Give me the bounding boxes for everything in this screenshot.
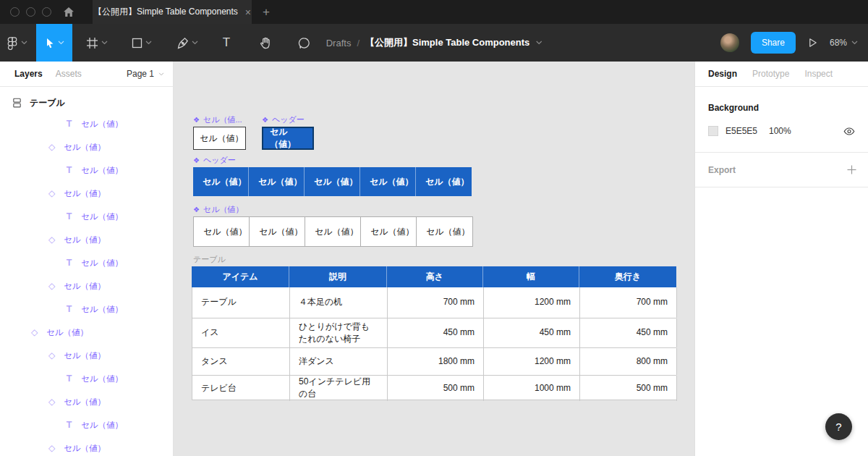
cell-width[interactable]: 1200 mm [484, 348, 580, 375]
chevron-down-icon[interactable] [535, 41, 542, 45]
table-column-header[interactable]: 奥行き [579, 266, 676, 287]
layer-row[interactable]: T ◇ セル（値） [0, 251, 173, 274]
layer-row[interactable]: T ◇ セル（値） [0, 436, 173, 456]
layer-row[interactable]: T ◇ セル（値） [0, 159, 173, 182]
layer-row[interactable]: T ◇ セル（値） [0, 390, 173, 413]
page-selector[interactable]: Page 1 [127, 69, 164, 79]
table-row[interactable]: イス ひとりがけで背もたれのない椅子 450 mm 450 mm 450 mm [192, 318, 676, 348]
traffic-lights[interactable] [0, 7, 51, 17]
layer-row[interactable]: T ◇ セル（値） [0, 205, 173, 228]
canvas[interactable]: ❖ セル（値... ❖ ヘッダー セル（値） セル（値） ❖ ヘッダー セル（値… [174, 62, 694, 456]
shape-tool-button[interactable] [124, 24, 159, 62]
component-label-cell[interactable]: ❖ セル（値... [193, 115, 242, 124]
cell[interactable]: セル（値） [250, 217, 305, 246]
cell-width[interactable]: 1000 mm [484, 376, 580, 401]
cell[interactable]: セル（値） [417, 217, 472, 246]
header-cell[interactable]: セル（値） [360, 167, 416, 196]
header-cell-component[interactable]: セル（値） [262, 127, 314, 150]
cell[interactable]: セル（値） [361, 217, 417, 246]
component-label-cell-row[interactable]: ❖ セル（値） [193, 205, 243, 214]
layer-row[interactable]: T ◇ セル（値） [0, 367, 173, 390]
move-tool-button[interactable] [36, 24, 72, 62]
layer-row[interactable]: T ◇ セル（値） [0, 274, 173, 297]
cell-height[interactable]: 1800 mm [388, 348, 484, 375]
table-row[interactable]: テーブル ４本足の机 700 mm 1200 mm 700 mm [192, 287, 676, 318]
present-play-icon[interactable] [807, 37, 818, 48]
cell-depth[interactable]: 450 mm [580, 318, 677, 347]
cell-height[interactable]: 500 mm [388, 376, 484, 401]
layer-row[interactable]: T ◇ セル（値） [0, 135, 173, 159]
component-label-header-row[interactable]: ❖ ヘッダー [193, 156, 236, 165]
header-cell[interactable]: セル（値） [416, 167, 472, 196]
background-opacity[interactable]: 100% [769, 126, 791, 136]
comment-tool-button[interactable] [289, 24, 318, 62]
zoom-control[interactable]: 68% [830, 38, 858, 48]
background-hex-value[interactable]: E5E5E5 [726, 126, 757, 136]
table-frame[interactable]: アイテム説明高さ幅奥行き テーブル ４本足の机 700 mm 1200 mm 7… [192, 266, 676, 400]
table-row[interactable]: タンス 洋ダンス 1800 mm 1200 mm 800 mm [192, 348, 676, 376]
text-tool-button[interactable]: T [213, 24, 240, 62]
cell[interactable]: セル（値） [305, 217, 361, 246]
cell-depth[interactable]: 800 mm [580, 348, 677, 375]
table-column-header[interactable]: アイテム [192, 266, 289, 287]
header-row-component[interactable]: セル（値）セル（値）セル（値）セル（値）セル（値） [193, 167, 472, 196]
table-column-header[interactable]: 幅 [483, 266, 579, 287]
cell[interactable]: セル（値） [194, 217, 250, 246]
cell-description[interactable]: ひとりがけで背もたれのない椅子 [290, 318, 388, 347]
tab-layers[interactable]: Layers [14, 69, 43, 79]
minimize-window-icon[interactable] [26, 7, 35, 17]
table-row[interactable]: テレビ台 50インチテレビ用の台 500 mm 1000 mm 500 mm [192, 376, 676, 400]
header-cell[interactable]: セル（値） [305, 167, 360, 196]
pen-tool-button[interactable] [169, 24, 205, 62]
maximize-window-icon[interactable] [42, 7, 51, 17]
layer-row[interactable]: T ◇ セル（値） [0, 112, 173, 135]
document-tab[interactable]: 【公開用】Simple Table Components × [93, 0, 252, 24]
table-column-header[interactable]: 高さ [387, 266, 483, 287]
cell-description[interactable]: ４本足の机 [290, 287, 388, 318]
cell-width[interactable]: 450 mm [484, 318, 580, 347]
share-button[interactable]: Share [751, 32, 796, 54]
table-header-row[interactable]: アイテム説明高さ幅奥行き [192, 266, 676, 287]
layer-row-root[interactable]: テーブル [0, 93, 173, 112]
layer-row[interactable]: T ◇ セル（値） [0, 413, 173, 436]
cell-width[interactable]: 1200 mm [484, 287, 580, 318]
user-avatar[interactable] [720, 33, 739, 52]
cell-row-component[interactable]: セル（値）セル（値）セル（値）セル（値）セル（値） [193, 216, 473, 247]
figma-menu-button[interactable] [0, 24, 33, 62]
close-window-icon[interactable] [10, 7, 20, 17]
document-title[interactable]: 【公開用】Simple Table Components [365, 36, 529, 49]
tab-assets[interactable]: Assets [56, 69, 82, 79]
cell-item[interactable]: イス [192, 318, 290, 347]
cell-item[interactable]: テーブル [192, 287, 290, 318]
layer-row[interactable]: T ◇ セル（値） [0, 182, 173, 205]
header-cell[interactable]: セル（値） [249, 167, 305, 196]
new-tab-icon[interactable]: + [263, 5, 270, 20]
cell-height[interactable]: 700 mm [388, 287, 484, 318]
table-frame-label[interactable]: テーブル [193, 254, 226, 265]
cell-description[interactable]: 洋ダンス [290, 348, 388, 375]
cell-component[interactable]: セル（値） [193, 127, 246, 150]
layer-row[interactable]: T ◇ セル（値） [0, 344, 173, 367]
frame-tool-button[interactable] [78, 24, 116, 62]
header-cell[interactable]: セル（値） [193, 167, 249, 196]
home-icon[interactable] [63, 7, 75, 17]
cell-height[interactable]: 450 mm [388, 318, 484, 347]
help-button[interactable]: ? [825, 413, 852, 440]
eye-icon[interactable] [843, 127, 855, 136]
component-label-header[interactable]: ❖ ヘッダー [262, 115, 305, 124]
plus-icon[interactable] [847, 165, 856, 174]
tab-inspect[interactable]: Inspect [804, 69, 833, 79]
layer-row[interactable]: T ◇ セル（値） [0, 297, 173, 321]
color-swatch[interactable] [708, 126, 718, 136]
breadcrumb-drafts[interactable]: Drafts [326, 38, 352, 48]
tab-design[interactable]: Design [708, 69, 737, 79]
cell-description[interactable]: 50インチテレビ用の台 [290, 376, 388, 401]
cell-depth[interactable]: 700 mm [580, 287, 677, 318]
tab-prototype[interactable]: Prototype [752, 69, 789, 79]
table-column-header[interactable]: 説明 [289, 266, 387, 287]
cell-depth[interactable]: 500 mm [580, 376, 677, 401]
cell-item[interactable]: テレビ台 [192, 376, 290, 401]
close-tab-icon[interactable]: × [245, 7, 251, 17]
layer-row[interactable]: T ◇ セル（値） [0, 321, 173, 344]
hand-tool-button[interactable] [250, 24, 279, 62]
